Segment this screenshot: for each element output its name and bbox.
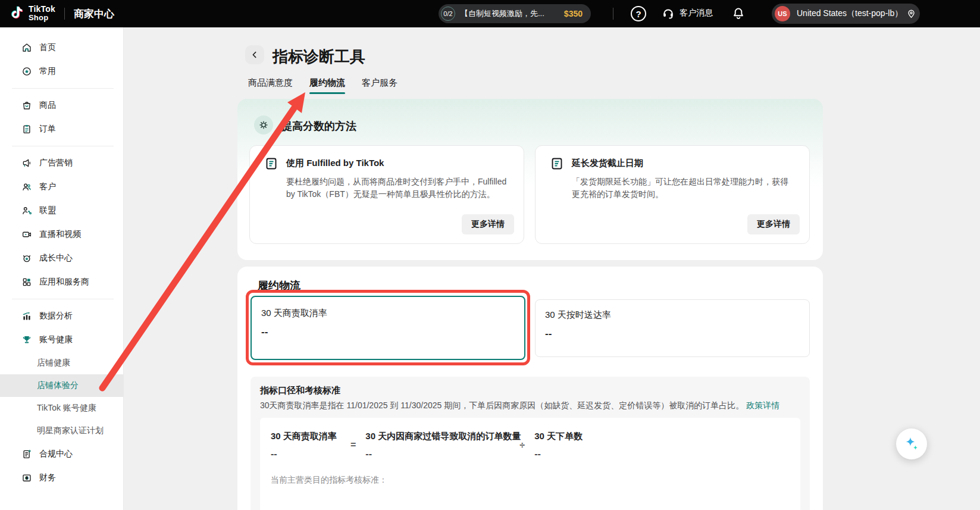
sidebar-divider: [12, 299, 114, 299]
analytics-icon: [21, 311, 32, 321]
compliance-doc-icon: [21, 449, 32, 459]
policy-details-link[interactable]: 政策详情: [746, 401, 779, 410]
topbar-divider: [613, 8, 613, 20]
topbar: TikTok Shop 商家中心 0/2 【自制短视频激励，先... $350 …: [0, 0, 980, 27]
criteria-description-text: 30天商责取消率是指在 11/01/2025 到 11/30/2025 期间，下…: [260, 401, 744, 410]
us-flag-badge: US: [775, 6, 790, 21]
formula-result: 30 天商责取消率 --: [271, 431, 341, 459]
region-selector[interactable]: US United States（test-pop-lb）: [772, 4, 920, 24]
tab-bar: 商品满意度 履约物流 客户服务: [248, 77, 397, 94]
promo-amount: $350: [564, 9, 583, 18]
promo-banner[interactable]: 0/2 【自制短视频激励，先... $350: [439, 4, 591, 23]
region-label: United States（test-pop-lb）: [797, 8, 903, 19]
logo-line1: TikTok: [29, 5, 55, 13]
customer-messages-button[interactable]: 客户消息: [662, 7, 713, 20]
sidebar-item-finance[interactable]: $ 财务: [0, 466, 123, 490]
sidebar-item-products[interactable]: 商品: [0, 93, 123, 117]
sidebar-item-orders[interactable]: 订单: [0, 117, 123, 141]
sidebar-item-shop-experience-score[interactable]: 店铺体验分: [0, 374, 123, 397]
sidebar-divider: [12, 88, 114, 89]
sidebar-item-shop-health[interactable]: 店铺健康: [0, 352, 123, 374]
metric-card-ontime-delivery-rate[interactable]: 30 天按时送达率 --: [535, 299, 810, 357]
affiliate-icon: [21, 205, 32, 216]
criteria-title: 指标口径和考核标准: [260, 385, 800, 396]
svg-text:$: $: [26, 477, 28, 480]
finance-wallet-icon: $: [21, 473, 32, 483]
app-title: 商家中心: [74, 7, 114, 21]
improve-score-panel: 提高分数的方法 使用 Fulfilled by TikTok 要杜绝履约问题，从…: [237, 99, 823, 260]
sidebar-item-label: 广告营销: [39, 158, 73, 168]
sidebar-divider: [12, 146, 114, 146]
sidebar-item-label: 明星商家认证计划: [37, 425, 104, 436]
more-details-button[interactable]: 更多详情: [747, 214, 800, 234]
promo-counter-badge: 0/2: [441, 7, 455, 21]
metrics-section-title: 履约物流: [258, 279, 300, 293]
bag-icon: [21, 100, 32, 111]
sidebar-item-home[interactable]: 首页: [0, 36, 123, 60]
sidebar-item-label: 账号健康: [39, 334, 73, 345]
formula-numerator-value: --: [365, 449, 510, 459]
ai-assistant-fab[interactable]: [896, 428, 927, 459]
video-camera-icon: [21, 229, 32, 240]
sidebar-item-customers[interactable]: 客户: [0, 175, 123, 199]
sidebar-item-analytics[interactable]: 数据分析: [0, 304, 123, 328]
home-icon: [21, 42, 32, 53]
document-icon: [264, 157, 278, 171]
location-pin-icon: [906, 9, 916, 19]
more-details-button[interactable]: 更多详情: [462, 214, 514, 234]
sidebar-item-account-health[interactable]: 账号健康: [0, 328, 123, 352]
sidebar-item-marketing[interactable]: 广告营销: [0, 151, 123, 175]
help-icon[interactable]: ?: [631, 6, 646, 21]
sidebar-item-frequent[interactable]: 常用: [0, 60, 123, 83]
sidebar-item-label: 财务: [39, 473, 56, 483]
formula-result-label: 30 天商责取消率: [271, 431, 341, 442]
equals-sign: =: [350, 431, 356, 450]
tab-product-satisfaction[interactable]: 商品满意度: [248, 77, 293, 94]
sidebar-item-label: 成长中心: [39, 253, 73, 264]
tab-customer-service[interactable]: 客户服务: [362, 77, 397, 94]
growth-center-icon: [21, 253, 32, 264]
sidebar-item-growth-center[interactable]: 成长中心: [0, 246, 123, 270]
tiktok-note-icon: [10, 5, 25, 21]
trophy-icon: [21, 334, 32, 345]
tiktok-shop-logo[interactable]: TikTok Shop: [10, 5, 55, 21]
sidebar-item-compliance-center[interactable]: 合规中心: [0, 442, 123, 466]
clipboard-icon: [21, 124, 32, 134]
formula-denominator-value: --: [534, 449, 583, 459]
sidebar-item-label: 首页: [39, 42, 56, 53]
formula-numerator-label: 30 天内因商家过错导致取消的订单数量: [365, 431, 510, 442]
metric-label: 30 天商责取消率: [261, 308, 515, 319]
logo-line2: Shop: [29, 14, 55, 21]
back-button[interactable]: [245, 45, 264, 64]
sidebar-item-label: 直播和视频: [39, 229, 81, 240]
sidebar-item-star-seller-program[interactable]: 明星商家认证计划: [0, 420, 123, 442]
promo-text: 【自制短视频激励，先...: [461, 8, 544, 19]
formula-numerator: 30 天内因商家过错导致取消的订单数量 --: [365, 431, 510, 459]
tip-card-title: 使用 Fulfilled by TikTok: [286, 157, 384, 169]
metric-card-cancellation-rate[interactable]: 30 天商责取消率 --: [251, 296, 525, 360]
tab-fulfillment-logistics[interactable]: 履约物流: [309, 77, 345, 94]
document-icon: [550, 157, 564, 171]
notifications-bell-icon[interactable]: [731, 6, 746, 24]
star-circle-icon: [21, 66, 32, 77]
sidebar-item-label: TikTok 账号健康: [37, 403, 96, 414]
tip-card-fbt: 使用 Fulfilled by TikTok 要杜绝履约问题，从而将商品准时交付…: [249, 145, 524, 244]
sidebar-item-tiktok-account-health[interactable]: TikTok 账号健康: [0, 397, 123, 420]
sidebar-item-affiliate[interactable]: 联盟: [0, 199, 123, 223]
category-standard-note: 当前主营类目的指标考核标准：: [271, 475, 790, 486]
sidebar-item-label: 客户: [39, 182, 56, 192]
customer-messages-label: 客户消息: [680, 8, 713, 18]
sidebar-item-apps-services[interactable]: 应用和服务商: [0, 270, 123, 294]
formula-box: 30 天商责取消率 -- = 30 天内因商家过错导致取消的订单数量 -- ÷ …: [260, 418, 800, 510]
apps-grid-icon: [21, 277, 32, 287]
sidebar-item-label: 常用: [39, 66, 56, 77]
sidebar-item-label: 应用和服务商: [39, 277, 89, 287]
tip-card-body: 要杜绝履约问题，从而将商品准时交付到客户手中，Fulfilled by TikT…: [286, 176, 511, 201]
sidebar-item-label: 店铺体验分: [37, 380, 79, 391]
lightbulb-icon: [254, 115, 273, 134]
tip-card-title: 延长发货截止日期: [572, 157, 643, 169]
seller-center-screen: TikTok Shop 商家中心 0/2 【自制短视频激励，先... $350 …: [0, 0, 980, 510]
sidebar-item-live-video[interactable]: 直播和视频: [0, 223, 123, 246]
main-content: 指标诊断工具 商品满意度 履约物流 客户服务 提高分数的方法 使用 Fulfil…: [124, 27, 980, 510]
sidebar-item-label: 店铺健康: [37, 358, 70, 368]
